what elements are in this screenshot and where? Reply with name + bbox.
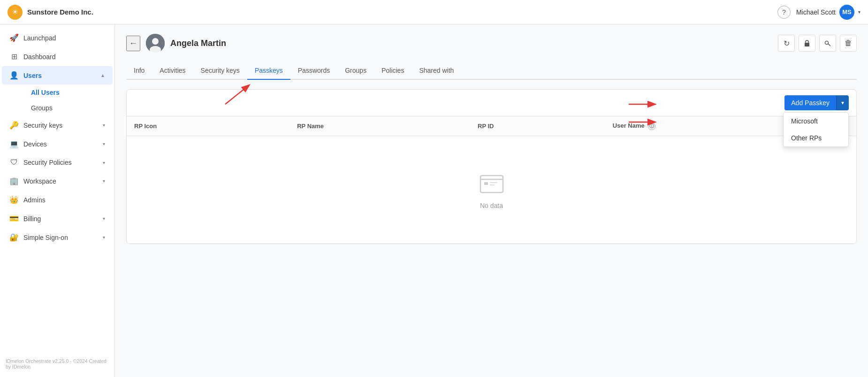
- sidebar-label-workspace: Workspace: [23, 177, 98, 185]
- sidebar-item-devices[interactable]: 💻 Devices ▾: [2, 135, 113, 153]
- tab-shared-with[interactable]: Shared with: [411, 62, 461, 80]
- delete-button[interactable]: 🗑: [840, 35, 857, 52]
- svg-rect-7: [490, 182, 497, 183]
- add-passkey-dropdown: Microsoft Other RPs: [783, 112, 849, 147]
- user-header-avatar: [146, 34, 165, 53]
- user-name: Michael Scott: [796, 8, 836, 16]
- all-users-label: All Users: [31, 89, 60, 96]
- dropdown-item-microsoft[interactable]: Microsoft: [784, 113, 848, 130]
- security-policies-chevron: ▾: [103, 160, 105, 165]
- col-rp-name: RP Name: [289, 116, 470, 136]
- app-logo: ☀: [8, 5, 23, 20]
- sidebar-item-workspace[interactable]: 🏢 Workspace ▾: [2, 172, 113, 190]
- sidebar-item-simple-signon[interactable]: 🔐 Simple Sign-on ▾: [2, 228, 113, 246]
- simple-signon-chevron: ▾: [103, 235, 105, 240]
- main-content: ← Angela Martin ↻ 🗑: [115, 24, 868, 377]
- sidebar-label-users: Users: [23, 72, 96, 79]
- svg-rect-3: [805, 43, 809, 46]
- sidebar-label-simple-signon: Simple Sign-on: [23, 234, 98, 241]
- svg-rect-8: [490, 185, 495, 185]
- user-name-info-icon[interactable]: ⓘ: [648, 123, 655, 130]
- content-card: Add Passkey ▾ Microsoft Other RPs RP Ico…: [126, 89, 857, 244]
- key-button[interactable]: [819, 35, 836, 52]
- users-icon: 👤: [9, 71, 19, 80]
- top-nav-right: ? Michael Scott MS ▾: [777, 5, 860, 20]
- devices-icon: 💻: [9, 139, 19, 148]
- tab-passwords[interactable]: Passwords: [290, 62, 337, 80]
- sidebar-item-security-policies[interactable]: 🛡 Security Policies ▾: [2, 154, 113, 171]
- svg-rect-6: [484, 182, 488, 185]
- tabs: Info Activities Security keys Passkeys P…: [126, 62, 857, 80]
- table-toolbar: Add Passkey ▾ Microsoft Other RPs: [127, 90, 856, 116]
- dropdown-item-other-rps[interactable]: Other RPs: [784, 130, 848, 146]
- svg-rect-5: [480, 176, 503, 192]
- sidebar-item-billing[interactable]: 💳 Billing ▾: [2, 209, 113, 228]
- table-head: RP Icon RP Name RP ID User Name ⓘ: [127, 116, 856, 136]
- sidebar-label-admins: Admins: [23, 196, 105, 204]
- tab-groups[interactable]: Groups: [337, 62, 374, 80]
- passkeys-table: RP Icon RP Name RP ID User Name ⓘ: [127, 116, 856, 244]
- layout: 🚀 Launchpad ⊞ Dashboard 👤 Users ▲ All Us…: [0, 24, 868, 377]
- empty-text: No data: [480, 202, 503, 209]
- user-header-actions: ↻ 🗑: [778, 35, 857, 52]
- empty-state-cell: No data: [127, 136, 856, 244]
- security-keys-chevron: ▾: [103, 123, 105, 128]
- lock-button[interactable]: [799, 35, 815, 52]
- devices-chevron: ▾: [103, 141, 105, 146]
- user-menu[interactable]: Michael Scott MS ▾: [796, 5, 860, 20]
- svg-point-1: [152, 38, 159, 45]
- table-header-row: RP Icon RP Name RP ID User Name ⓘ: [127, 116, 856, 136]
- add-passkey-label: Add Passkey: [791, 99, 830, 107]
- top-nav-left: ☀ Sunstore Demo Inc.: [8, 5, 93, 20]
- simple-signon-icon: 🔐: [9, 233, 19, 242]
- top-nav: ☀ Sunstore Demo Inc. ? Michael Scott MS …: [0, 0, 868, 24]
- col-rp-id: RP ID: [470, 116, 605, 136]
- sidebar-label-security-keys: Security keys: [23, 122, 98, 129]
- sidebar-item-dashboard[interactable]: ⊞ Dashboard: [2, 47, 113, 66]
- add-passkey-dropdown-toggle[interactable]: ▾: [836, 95, 849, 110]
- sidebar-footer: IDmelon Orchestrate v2.25.0 - ©2024 Crea…: [0, 354, 115, 373]
- tab-info[interactable]: Info: [126, 62, 152, 80]
- user-menu-chevron: ▾: [858, 9, 860, 15]
- sidebar-label-billing: Billing: [23, 215, 98, 223]
- tab-passkeys[interactable]: Passkeys: [247, 62, 290, 80]
- col-rp-icon: RP Icon: [127, 116, 289, 136]
- workspace-chevron: ▾: [103, 178, 105, 184]
- empty-icon: [479, 170, 505, 196]
- billing-icon: 💳: [9, 214, 19, 223]
- app-title: Sunstore Demo Inc.: [27, 8, 93, 16]
- sidebar-item-all-users[interactable]: All Users: [23, 85, 113, 100]
- tab-security-keys[interactable]: Security keys: [193, 62, 247, 80]
- tab-activities[interactable]: Activities: [152, 62, 193, 80]
- sidebar-item-security-keys[interactable]: 🔑 Security keys ▾: [2, 116, 113, 134]
- add-passkey-container: Add Passkey ▾ Microsoft Other RPs: [784, 95, 849, 110]
- table-body: No data: [127, 136, 856, 244]
- refresh-button[interactable]: ↻: [778, 35, 795, 52]
- sidebar-label-dashboard: Dashboard: [23, 53, 105, 61]
- sidebar-label-devices: Devices: [23, 140, 98, 148]
- add-passkey-button[interactable]: Add Passkey: [784, 95, 836, 110]
- groups-label: Groups: [31, 104, 53, 112]
- user-avatar: MS: [839, 5, 854, 20]
- sidebar-item-launchpad[interactable]: 🚀 Launchpad: [2, 29, 113, 47]
- sidebar-sub-users: All Users Groups: [0, 85, 114, 115]
- sidebar-item-groups[interactable]: Groups: [23, 100, 113, 115]
- sidebar-label-launchpad: Launchpad: [23, 34, 105, 42]
- back-button[interactable]: ←: [126, 36, 140, 51]
- add-passkey-group: Add Passkey ▾: [784, 95, 849, 110]
- user-header-name: Angela Martin: [170, 38, 226, 48]
- empty-state-row: No data: [127, 136, 856, 244]
- users-chevron: ▲: [100, 73, 105, 78]
- svg-point-4: [825, 41, 829, 45]
- security-keys-icon: 🔑: [9, 121, 19, 130]
- user-header: ← Angela Martin ↻ 🗑: [126, 34, 857, 53]
- launchpad-icon: 🚀: [9, 33, 19, 42]
- workspace-icon: 🏢: [9, 177, 19, 185]
- sidebar-label-security-policies: Security Policies: [23, 159, 98, 166]
- col-user-name-label: User Name: [613, 122, 645, 129]
- tab-policies[interactable]: Policies: [374, 62, 411, 80]
- sidebar-item-admins[interactable]: 👑 Admins: [2, 191, 113, 209]
- dashboard-icon: ⊞: [9, 52, 19, 61]
- help-button[interactable]: ?: [777, 6, 791, 19]
- sidebar-item-users[interactable]: 👤 Users ▲: [2, 66, 113, 85]
